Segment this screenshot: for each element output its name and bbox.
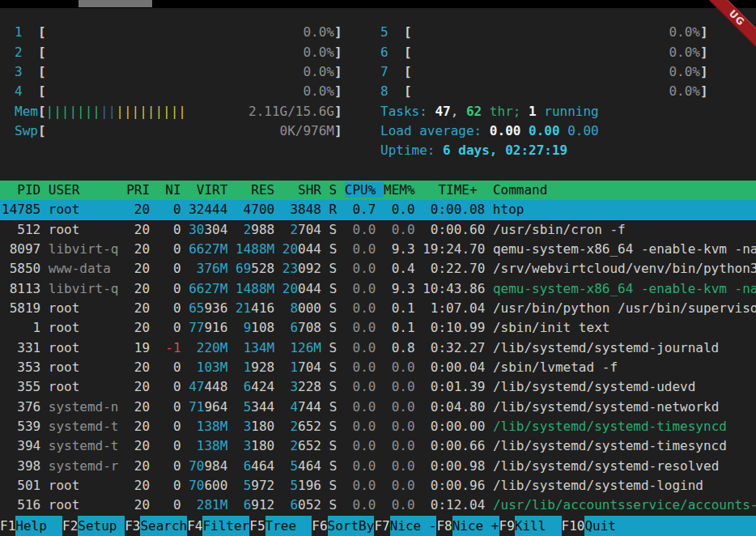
fkey-f9-kill[interactable]: F9Kill [499,516,562,536]
text-run: 3 [244,419,252,434]
text-run: 304 [204,222,243,237]
fkey-number: F4 [187,516,202,536]
process-row-501[interactable]: 501 root 20 0 70600 5972 5196 S 0.0 0.0 … [0,476,756,496]
text-run [227,438,243,453]
fkey-label: Setup [78,516,125,536]
text-run: 5 [380,24,404,40]
text-run: libvirt-q [49,281,119,296]
fkey-number: F7 [374,516,389,536]
process-row-8097[interactable]: 8097 libvirt-q 20 0 6627M 1488M 20044 S … [0,240,756,259]
process-table-header[interactable]: PID USER PRI NI VIRT RES SHR S CPU% MEM%… [0,181,756,200]
text-run: 0.0 [345,281,384,296]
text-run: 0K/976M [280,123,334,138]
text-run: MEM% TIME+ Command [384,182,547,198]
text-run [46,83,304,99]
fkey-f5-tree[interactable]: F5Tree [249,516,312,536]
text-run: 9 [244,320,252,335]
text-run: /lib/systemd/systemd-timesyncd [493,419,727,434]
text-run: 984 [204,458,243,474]
process-row-355[interactable]: 355 root 20 0 47448 6424 3228 S 0.0 0.0 … [0,377,756,397]
text-run [227,497,243,513]
text-run: 044 S [298,241,345,257]
process-row-398[interactable]: 398 systemd-r 20 0 70984 6464 5464 S 0.0… [0,457,756,476]
text-run [412,24,669,40]
text-run: 4 [15,83,38,99]
text-run: 14785 root 20 0 32444 4700 3848 R 0.7 0.… [2,202,524,217]
fkey-f3-search[interactable]: F3Search [125,516,187,536]
process-row-8113[interactable]: 8113 libvirt-q 20 0 6627M 1488M 20044 S … [0,279,756,299]
text-run: 0.0% [303,83,334,99]
fkey-f8-nice-[interactable]: F8Nice + [436,516,499,536]
text-run: 2 [244,222,252,237]
text-run: 652 S [298,419,345,434]
process-row-512[interactable]: 512 root 20 0 30304 2988 2704 S 0.0 0.0 … [0,220,756,240]
text-run: 704 S [298,359,345,375]
fkey-label: SortBy [328,516,375,536]
text-run: 20 0 [119,419,197,434]
text-run: 1 [529,104,537,119]
text-run: [ [404,64,412,79]
text-run: 0.1 1:07.04 /usr/bin/python /usr/bin/sup… [384,300,756,316]
text-run: S [321,340,345,355]
text-run: 936 [204,300,236,316]
text-run: 464 S [298,458,345,474]
cpu-tasks-meters-right: 5 [ 0.0%]6 [ 0.0%]7 [ 0.0%]8 [ 0.0%]Task… [380,3,708,161]
fkey-f7-nice-[interactable]: F7Nice - [374,516,436,536]
fkey-f4-filter[interactable]: F4Filter [187,516,249,536]
process-row-14785[interactable]: 14785 root 20 0 32444 4700 3848 R 0.7 0.… [0,200,756,219]
process-row-516[interactable]: 516 root 20 0 281M 6912 6052 S 0.0 0.0 0… [0,496,756,515]
process-row-5819[interactable]: 5819 root 20 0 65936 21416 8000 S 0.0 0.… [0,299,756,318]
text-run: 0:00.60 /usr/sbin/cron -f [423,222,625,237]
text-run: 0.0 [345,241,384,257]
text-run: 708 S [298,320,345,335]
process-row-5850[interactable]: 5850 www-data 20 0 376M 69528 23092 S 0.… [0,259,756,279]
text-run: 044 S [298,281,345,296]
process-row-394[interactable]: 394 systemd-t 20 0 138M 3180 2652 S 0.0 … [0,436,756,456]
process-row-1[interactable]: 1 root 20 0 77916 9108 6708 S 0.0 0.1 0:… [0,318,756,338]
text-run: 0.0% [303,45,334,60]
text-run [274,241,282,257]
text-run: 398 [2,458,49,474]
text-run: 0.0% [303,64,334,79]
fkey-label: Kill [515,516,562,536]
text-run: 353 root 20 0 [2,359,197,375]
text-run: 6 [244,497,252,513]
process-row-331[interactable]: 331 root 19 -1 220M 134M 126M S 0.0 0.8 … [0,338,756,358]
text-run: 0.0% [669,24,700,40]
text-run: -1 [165,340,181,355]
process-row-353[interactable]: 353 root 20 0 103M 1928 1704 S 0.0 0.0 0… [0,358,756,377]
text-run: 138M [197,438,228,453]
process-row-539[interactable]: 539 systemd-t 20 0 138M 3180 2652 S 0.0 … [0,417,756,436]
text-run: 20 [282,281,298,296]
text-run [46,123,280,138]
text-run: 0.0 0.0 [345,222,423,237]
debug-ribbon: UG [699,0,756,55]
fkey-f2-setup[interactable]: F2Setup [62,516,125,536]
text-run [186,104,248,119]
text-run [46,64,304,79]
text-run: [ [38,104,46,119]
text-run: 69 [236,261,251,276]
text-run: 70 [189,458,204,474]
text-run [274,281,282,296]
text-run: 20 0 [119,241,189,257]
text-run: 0:00.66 /lib/systemd/systemd-timesyncd [423,438,727,453]
text-run: [ [404,24,412,40]
text-run: 448 [204,379,243,394]
text-run: 228 S [298,379,345,394]
cpu-meter-4: 4 [ 0.0%] [15,82,342,101]
fkey-f6-sortby[interactable]: F6SortBy [312,516,374,536]
text-run: 0.0% [669,83,700,99]
text-run: 0.0 [345,300,384,316]
text-run: 71 [189,399,204,415]
fkey-f10-quit[interactable]: F10Quit [562,516,756,536]
text-run: 0.0 0.0 [345,379,423,394]
fkey-f1-help[interactable]: F1Help [0,516,62,536]
text-run: 355 root 20 0 [2,379,189,394]
process-row-376[interactable]: 376 systemd-n 20 0 71964 5344 4744 S 0.0… [0,398,756,417]
text-run: 916 [204,320,243,335]
text-run: 1 [290,359,298,375]
text-run: CPU% [345,182,384,198]
text-run: 103M [197,359,228,375]
fkey-label: Tree [265,516,312,536]
